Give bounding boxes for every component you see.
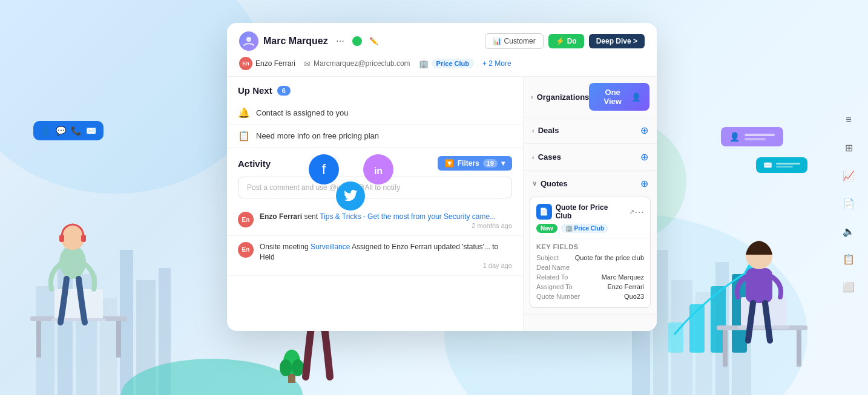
more-link[interactable]: + 2 More [482,59,511,68]
deals-add-icon[interactable]: ⊕ [640,125,648,136]
cases-header[interactable]: ‹ Cases ⊕ [524,144,657,170]
chevron-left-deals: ‹ [532,127,534,134]
quote-card: 📄 Quote for Price Club ↗ ⋯ New 🏢 Price C… [530,197,651,308]
contact-avatar [239,31,258,51]
contact-info: Marc Marquez ⋯ ✏️ [239,31,381,51]
sidebar-icon-grid[interactable]: ⊞ [838,137,860,158]
activity-item-0: En Enzo Ferrari sent Tips & Tricks - Get… [227,206,523,236]
deep-dive-button[interactable]: Deep Dive > [589,34,645,48]
svg-text:f: f [322,161,326,177]
customer-button[interactable]: 📊 Customer [485,33,544,49]
tag-org: 🏢 Price Club [561,224,608,233]
cases-section: ‹ Cases ⊕ [524,144,657,171]
chart-icon: 📊 [493,37,502,45]
svg-rect-37 [723,330,728,367]
chevron-left-icon: ‹ [531,93,533,100]
activity-time-0: 2 months ago [260,222,512,229]
svg-rect-16 [116,321,121,357]
task-icon-0: 🔔 [238,107,250,119]
field-row-subject: Subject Quote for the price club [536,254,644,261]
deals-section: ‹ Deals ⊕ [524,117,657,144]
up-next-title: Up Next [238,85,272,96]
linkedin-icon: in [363,154,393,187]
cases-add-icon[interactable]: ⊕ [640,151,648,163]
right-panel: ‹ Organizations One View 👤 ‹ Deals [524,77,657,331]
person-icon: 👤 [631,93,641,102]
sidebar-icon-document[interactable]: 📄 [838,192,860,214]
user-meta: En Enzo Ferrari [239,57,295,70]
organizations-section: ‹ Organizations One View 👤 [524,77,657,117]
task-icon-1: 📋 [238,130,250,142]
quote-tags: New 🏢 Price Club [530,224,650,238]
quote-menu-icon[interactable]: ⋯ [634,206,644,218]
sidebar-icon-chart[interactable]: 📈 [838,165,860,186]
email-bubble-right: ✉️ [756,157,807,173]
organizations-header[interactable]: ‹ Organizations [531,93,589,102]
svg-rect-38 [797,330,801,367]
svg-rect-41 [746,268,772,303]
email-meta: ✉ Marcmarquez@priceclub.com [304,59,410,68]
key-fields-title: Key Fields [536,243,644,250]
quote-card-header: 📄 Quote for Price Club ↗ ⋯ [530,197,650,224]
org-icon: 🏢 [565,225,573,232]
card-header: Marc Marquez ⋯ ✏️ 📊 Customer ⚡ Do Deep D… [227,23,657,77]
chevron-down-quotes: ∨ [532,180,537,188]
svg-rect-40 [738,325,789,329]
field-row-deal: Deal Name [536,264,644,271]
activity-content-1: Onsite meeting Surveillance Assigned to … [260,242,512,270]
svg-rect-22 [81,235,86,242]
quotes-section: ∨ Quotes ⊕ 📄 Quote for Price Club ↗ ⋯ [524,171,657,315]
external-link-icon[interactable]: ↗ [629,208,634,216]
task-item: 🔔 Contact is assigned to you [227,102,523,125]
quote-type-icon: 📄 [536,204,552,220]
sidebar-icon-clipboard[interactable]: 📋 [838,248,860,270]
chat-bubble-decoration: 👤 💬 📞 ✉️ [33,121,104,140]
chevron-left-cases: ‹ [532,154,534,161]
org-meta: 🏢 Price Club [419,59,474,68]
user-avatar-sm: En [239,57,252,70]
field-row-related: Related To Marc Marquez [536,273,644,281]
field-row-quote-number: Quote Number Quo23 [536,293,644,300]
filter-icon: 🔽 [445,159,454,168]
up-next-badge: 6 [277,86,291,96]
one-view-button[interactable]: One View 👤 [589,83,649,111]
contact-name: Marc Marquez [263,36,328,47]
status-indicator [352,36,362,46]
svg-point-19 [59,245,86,279]
header-meta: En Enzo Ferrari ✉ Marcmarquez@priceclub.… [239,57,645,70]
sidebar-icon-list[interactable]: ≡ [838,109,860,131]
svg-rect-21 [59,235,64,242]
email-icon: ✉ [304,59,311,68]
filters-button[interactable]: 🔽 Filters 19 ▾ [438,156,512,171]
sidebar-icon-layers[interactable]: ⬜ [838,276,860,298]
task-text-1: Need more info on free pricing plan [256,131,379,140]
facebook-icon: f [309,154,339,187]
quotes-header[interactable]: ∨ Quotes ⊕ [524,171,657,197]
activity-item-1: En Onsite meeting Surveillance Assigned … [227,236,523,276]
filter-count-badge: 19 [483,159,498,168]
edit-icon[interactable]: ✏️ [367,34,381,48]
more-options-icon[interactable]: ⋯ [333,34,347,48]
do-button[interactable]: ⚡ Do [548,34,584,48]
quotes-add-icon[interactable]: ⊕ [640,178,648,189]
field-row-assigned: Assigned To Enzo Ferrari [536,283,644,290]
sidebar-icons: ≡ ⊞ 📈 📄 🔈 📋 ⬜ [838,109,860,298]
header-actions: 📊 Customer ⚡ Do Deep Dive > [485,33,645,49]
crm-card: Marc Marquez ⋯ ✏️ 📊 Customer ⚡ Do Deep D… [227,23,657,331]
task-item: 📋 Need more info on free pricing plan [227,125,523,148]
activity-title: Activity [238,158,271,169]
svg-text:in: in [374,166,383,176]
up-next-section: Up Next 6 [227,77,523,102]
left-panel: Up Next 6 🔔 Contact is assigned to you 📋… [227,77,524,331]
chat-bubble-right: 👤 [721,127,783,146]
deals-header[interactable]: ‹ Deals ⊕ [524,117,657,143]
task-text-0: Contact is assigned to you [256,108,348,117]
building-icon: 🏢 [419,59,429,68]
activity-content-0: Enzo Ferrari sent Tips & Tricks - Get th… [260,212,512,229]
svg-point-48 [246,37,251,42]
quote-title: Quote for Price Club [556,203,625,220]
tag-new: New [536,224,557,233]
twitter-icon [336,181,365,213]
sidebar-icon-speaker[interactable]: 🔈 [838,220,860,242]
activity-avatar-1: En [238,242,254,258]
